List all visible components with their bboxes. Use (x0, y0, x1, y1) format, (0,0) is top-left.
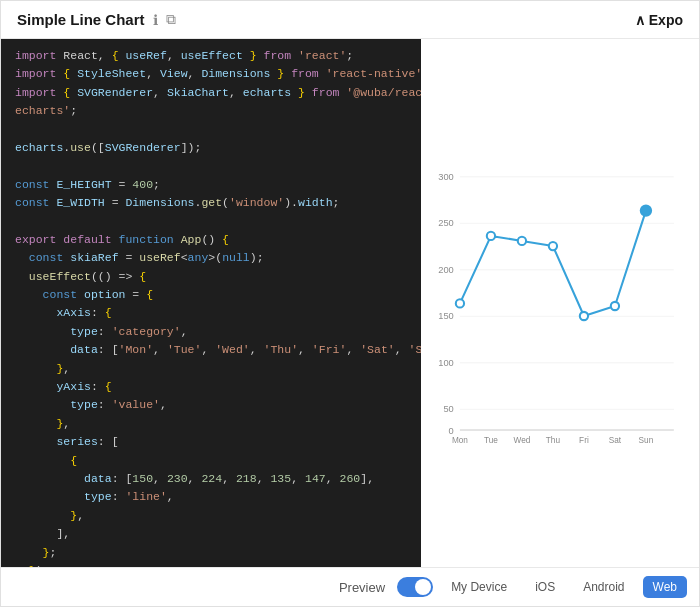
code-line-15: type: 'category', (1, 323, 421, 341)
y-label-100: 100 (438, 358, 454, 368)
tab-ios[interactable]: iOS (525, 576, 565, 598)
data-point-thu (549, 242, 557, 250)
data-point-mon (456, 299, 464, 307)
tab-web[interactable]: Web (643, 576, 687, 598)
chart-line (460, 211, 646, 316)
code-line-7: const E_HEIGHT = 400; (1, 176, 421, 194)
code-line-22: { (1, 452, 421, 470)
code-line-17: }, (1, 360, 421, 378)
code-line-23: data: [150, 230, 224, 218, 135, 147, 260… (1, 470, 421, 488)
preview-label: Preview (339, 580, 385, 595)
y-label-300: 300 (438, 172, 454, 182)
x-label-tue: Tue (484, 436, 498, 445)
code-line-13: const option = { (1, 286, 421, 304)
code-panel: import React, { useRef, useEffect } from… (1, 39, 421, 567)
code-empty-1 (1, 121, 421, 139)
tab-android[interactable]: Android (573, 576, 634, 598)
code-line-8: const E_WIDTH = Dimensions.get('window')… (1, 194, 421, 212)
code-line-18: yAxis: { (1, 378, 421, 396)
share-icon[interactable]: ⧉ (166, 11, 176, 28)
code-line-25: }, (1, 507, 421, 525)
code-line-1: import React, { useRef, useEffect } from… (1, 47, 421, 65)
code-line-16: data: ['Mon', 'Tue', 'Wed', 'Thu', 'Fri'… (1, 341, 421, 359)
expo-chevron-icon: ∧ (635, 12, 645, 28)
code-line-21: series: [ (1, 433, 421, 451)
code-line-20: }, (1, 415, 421, 433)
code-line-10: export default function App() { (1, 231, 421, 249)
y-label-250: 250 (438, 218, 454, 228)
data-point-sun (641, 205, 651, 215)
header: Simple Line Chart ℹ ⧉ ∧ Expo (1, 1, 699, 39)
y-label-0: 0 (449, 426, 454, 436)
x-label-sat: Sat (609, 436, 622, 445)
app-container: Simple Line Chart ℹ ⧉ ∧ Expo import Reac… (0, 0, 700, 607)
expo-label: Expo (649, 12, 683, 28)
code-line-12: useEffect(() => { (1, 268, 421, 286)
code-line-26: ], (1, 525, 421, 543)
x-label-fri: Fri (579, 436, 589, 445)
code-line-14: xAxis: { (1, 304, 421, 322)
page-title: Simple Line Chart (17, 11, 145, 28)
header-left: Simple Line Chart ℹ ⧉ (17, 11, 176, 28)
data-point-fri (580, 312, 588, 320)
expo-logo: ∧ Expo (635, 12, 683, 28)
x-label-thu: Thu (546, 436, 561, 445)
info-icon[interactable]: ℹ (153, 12, 158, 28)
code-line-2: import { StyleSheet, View, Dimensions } … (1, 65, 421, 83)
data-point-wed (518, 237, 526, 245)
main-content: import React, { useRef, useEffect } from… (1, 39, 699, 567)
y-label-50: 50 (443, 404, 453, 414)
code-empty-2 (1, 157, 421, 175)
line-chart: 300 250 200 150 100 50 0 Mon Tue Wed (431, 55, 679, 557)
x-label-sun: Sun (639, 436, 654, 445)
data-point-sat (611, 302, 619, 310)
code-line-19: type: 'value', (1, 396, 421, 414)
code-line-3: import { SVGRenderer, SkiaChart, echarts… (1, 84, 421, 102)
x-label-mon: Mon (452, 436, 468, 445)
code-line-27: }; (1, 544, 421, 562)
code-line-24: type: 'line', (1, 488, 421, 506)
preview-toggle[interactable] (397, 577, 433, 597)
y-label-200: 200 (438, 265, 454, 275)
code-line-5: echarts.use([SVGRenderer]); (1, 139, 421, 157)
bottom-bar: Preview My Device iOS Android Web (1, 567, 699, 606)
data-point-tue (487, 232, 495, 240)
toggle-thumb (415, 579, 431, 595)
code-line-3b: echarts'; (1, 102, 421, 120)
y-label-150: 150 (438, 311, 454, 321)
chart-panel: 300 250 200 150 100 50 0 Mon Tue Wed (421, 39, 699, 567)
tab-my-device[interactable]: My Device (441, 576, 517, 598)
x-label-wed: Wed (514, 436, 531, 445)
code-empty-3 (1, 213, 421, 231)
code-line-11: const skiaRef = useRef<any>(null); (1, 249, 421, 267)
